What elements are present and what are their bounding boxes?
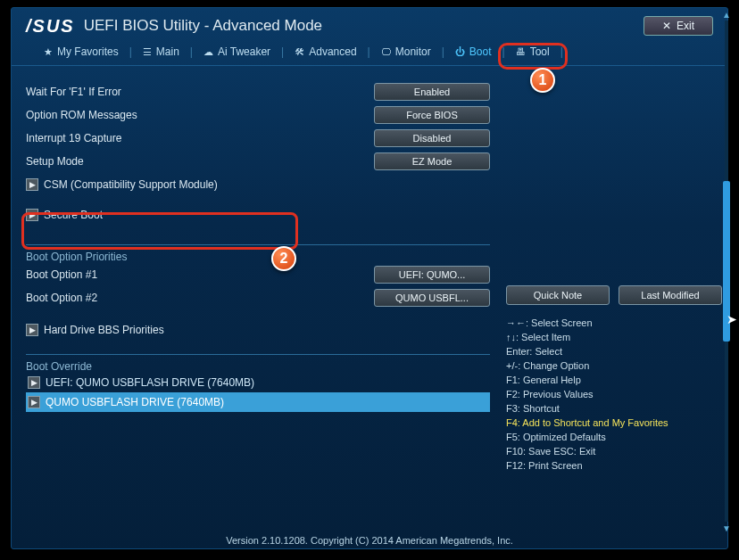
help-line: →←: Select Screen <box>506 316 722 330</box>
setting-setup-mode-value[interactable]: EZ Mode <box>374 152 490 170</box>
nav-favorites-label: My Favorites <box>57 45 119 58</box>
help-line: F1: General Help <box>506 373 722 387</box>
nav-monitor[interactable]: 🖵Monitor <box>378 44 435 60</box>
help-line: F3: Shortcut <box>506 401 722 416</box>
list-icon: ☰ <box>143 46 152 58</box>
exit-label: Exit <box>677 20 694 32</box>
setting-int19-label: Interrupt 19 Capture <box>26 132 374 144</box>
quick-note-button[interactable]: Quick Note <box>506 285 610 305</box>
monitor-icon: 🖵 <box>381 46 391 57</box>
boot-priorities-title: Boot Option Priorities <box>26 251 490 263</box>
setting-int19[interactable]: Interrupt 19 Capture Disabled <box>26 127 490 150</box>
nav-separator: | <box>502 45 505 58</box>
nav-favorites[interactable]: ★My Favorites <box>40 44 122 60</box>
chevron-right-icon: ▶ <box>28 396 40 408</box>
nav-main[interactable]: ☰Main <box>139 44 183 60</box>
chevron-right-icon: ▶ <box>26 209 38 221</box>
nav-ai-tweaker-label: Ai Tweaker <box>218 45 270 58</box>
submenu-csm-label: CSM (Compatibility Support Module) <box>44 178 490 191</box>
nav-separator: | <box>129 45 132 58</box>
nav-monitor-label: Monitor <box>395 45 431 58</box>
submenu-secure-boot-label: Secure Boot <box>44 209 490 221</box>
nav-bar: ★My Favorites | ☰Main | ☁Ai Tweaker | 🛠A… <box>12 42 727 66</box>
setting-option-rom[interactable]: Option ROM Messages Force BIOS <box>26 103 490 127</box>
submenu-secure-boot[interactable]: ▶ Secure Boot <box>26 203 490 226</box>
override-item-1[interactable]: ▶ UEFI: QUMO USBFLASH DRIVE (7640MB) <box>26 373 490 392</box>
setting-setup-mode-label: Setup Mode <box>26 155 374 168</box>
tool-icon: 🖶 <box>516 46 526 57</box>
help-line-highlight: F4: Add to Shortcut and My Favorites <box>506 416 722 430</box>
boot-option-2[interactable]: Boot Option #2 QUMO USBFL... <box>26 286 490 309</box>
boot-option-1[interactable]: Boot Option #1 UEFI: QUMO... <box>26 263 490 286</box>
nav-separator: | <box>368 45 370 58</box>
nav-main-label: Main <box>156 45 179 58</box>
boot-option-2-value[interactable]: QUMO USBFL... <box>374 289 490 307</box>
submenu-hdd-bbs-label: Hard Drive BBS Priorities <box>44 324 490 336</box>
help-line: F12: Print Screen <box>506 458 722 473</box>
help-line: Enter: Select <box>506 344 722 358</box>
scroll-up-icon[interactable]: ▲ <box>722 10 731 19</box>
divider <box>26 354 490 355</box>
override-item-1-label: UEFI: QUMO USBFLASH DRIVE (7640MB) <box>46 376 254 389</box>
scrollbar[interactable]: ▲ ▼ <box>722 12 731 531</box>
help-line: F2: Previous Values <box>506 387 722 401</box>
chevron-right-icon: ▶ <box>26 178 38 191</box>
help-line: ↑↓: Select Item <box>506 330 722 344</box>
override-item-2[interactable]: ▶ QUMO USBFLASH DRIVE (7640MB) <box>26 392 490 412</box>
nav-boot[interactable]: ⏻Boot <box>452 44 495 60</box>
nav-tool[interactable]: 🖶Tool <box>512 44 553 60</box>
footer-text: Version 2.10.1208. Copyright (C) 2014 Am… <box>12 535 727 546</box>
boot-override-title: Boot Override <box>26 360 490 373</box>
boot-option-1-value[interactable]: UEFI: QUMO... <box>374 266 490 284</box>
submenu-csm[interactable]: ▶ CSM (Compatibility Support Module) <box>26 173 490 196</box>
page-title: UEFI BIOS Utility - Advanced Mode <box>84 17 322 35</box>
settings-panel: Wait For 'F1' If Error Enabled Option RO… <box>26 80 499 526</box>
boot-option-1-label: Boot Option #1 <box>26 268 374 281</box>
help-panel: Quick Note Last Modified →←: Select Scre… <box>499 80 722 526</box>
setting-setup-mode[interactable]: Setup Mode EZ Mode <box>26 150 490 173</box>
setting-option-rom-value[interactable]: Force BIOS <box>374 106 490 124</box>
nav-tool-label: Tool <box>530 45 550 58</box>
brand-logo: /SUS <box>26 16 75 37</box>
setting-wait-f1[interactable]: Wait For 'F1' If Error Enabled <box>26 80 490 103</box>
setting-option-rom-label: Option ROM Messages <box>26 109 374 121</box>
divider <box>26 244 490 245</box>
override-item-2-label: QUMO USBFLASH DRIVE (7640MB) <box>46 396 224 408</box>
cloud-icon: ☁ <box>203 46 213 58</box>
nav-separator: | <box>190 45 193 58</box>
help-line: F10: Save ESC: Exit <box>506 444 722 458</box>
setting-wait-f1-value[interactable]: Enabled <box>374 83 490 101</box>
power-icon: ⏻ <box>455 46 465 57</box>
nav-advanced-label: Advanced <box>309 45 356 58</box>
nav-ai-tweaker[interactable]: ☁Ai Tweaker <box>200 44 274 60</box>
nav-separator: | <box>281 45 284 58</box>
help-line: +/-: Change Option <box>506 358 722 373</box>
setting-int19-value[interactable]: Disabled <box>374 129 490 147</box>
chevron-right-icon: ▶ <box>26 324 38 336</box>
nav-separator: | <box>442 45 444 58</box>
exit-icon: ✕ <box>662 20 671 32</box>
exit-button[interactable]: ✕ Exit <box>644 16 713 36</box>
boot-option-2-label: Boot Option #2 <box>26 292 374 304</box>
wrench-icon: 🛠 <box>295 46 304 57</box>
chevron-right-icon: ▶ <box>28 376 40 389</box>
help-line: F5: Optimized Defaults <box>506 430 722 444</box>
submenu-hdd-bbs[interactable]: ▶ Hard Drive BBS Priorities <box>26 318 490 342</box>
last-modified-button[interactable]: Last Modified <box>619 285 722 305</box>
cursor-icon: ➤ <box>727 312 737 326</box>
setting-wait-f1-label: Wait For 'F1' If Error <box>26 86 374 98</box>
nav-boot-label: Boot <box>469 45 492 58</box>
nav-separator: | <box>560 45 563 58</box>
nav-advanced[interactable]: 🛠Advanced <box>291 44 360 60</box>
star-icon: ★ <box>44 46 53 58</box>
scroll-down-icon[interactable]: ▼ <box>722 523 731 532</box>
